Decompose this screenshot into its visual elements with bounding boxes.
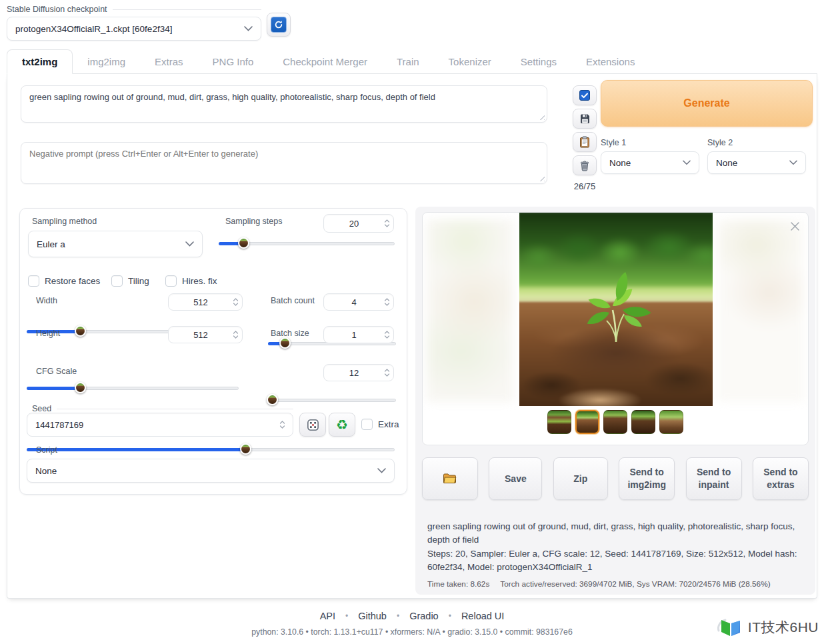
cfg-scale-slider[interactable] bbox=[27, 443, 395, 455]
chevron-down-icon bbox=[244, 26, 253, 31]
footer-link-api[interactable]: API bbox=[320, 611, 335, 621]
refresh-icon bbox=[271, 17, 287, 33]
hires-fix-checkbox[interactable]: Hires. fix bbox=[165, 275, 217, 287]
info-prompt: green sapling rowing out of ground, mud,… bbox=[427, 520, 802, 547]
random-seed-button[interactable] bbox=[299, 413, 326, 437]
footer-link-reload-ui[interactable]: Reload UI bbox=[461, 611, 504, 621]
send-to-img2img-button[interactable]: Send to img2img bbox=[619, 457, 675, 500]
tab-img2img[interactable]: img2img bbox=[73, 50, 140, 73]
save-style-button[interactable] bbox=[573, 109, 597, 129]
trash-icon bbox=[579, 160, 590, 171]
tab-settings[interactable]: Settings bbox=[506, 50, 571, 73]
apply-style-button[interactable] bbox=[573, 132, 597, 152]
open-folder-button[interactable] bbox=[422, 457, 478, 500]
style1-group: Style 1 None bbox=[601, 136, 701, 174]
gallery-thumbnails bbox=[423, 410, 808, 434]
gallery-thumbnail-3[interactable] bbox=[603, 410, 627, 434]
extra-seed-checkbox[interactable]: Extra bbox=[361, 419, 399, 430]
gallery-thumbnail-4[interactable] bbox=[631, 410, 655, 434]
gallery-blur-right bbox=[717, 219, 804, 402]
main-tabs: txt2img img2img Extras PNG Info Checkpoi… bbox=[7, 49, 817, 74]
send-to-extras-button[interactable]: Send to extras bbox=[753, 457, 809, 500]
stepper-arrows[interactable] bbox=[384, 219, 393, 228]
label-line bbox=[113, 9, 261, 10]
script-select[interactable]: None bbox=[27, 459, 395, 483]
sampling-steps-input[interactable]: 20 bbox=[323, 214, 394, 233]
token-counter: 26/75 bbox=[573, 181, 597, 191]
tab-tokenizer[interactable]: Tokenizer bbox=[434, 50, 506, 73]
gallery-blur-left bbox=[427, 219, 513, 402]
generate-button[interactable]: Generate bbox=[601, 80, 813, 127]
save-button[interactable]: Save bbox=[489, 457, 542, 500]
height-input[interactable]: 512 bbox=[168, 326, 243, 343]
info-time-taken: Time taken: 8.62s bbox=[427, 579, 489, 589]
seed-label: Seed bbox=[32, 404, 51, 413]
generation-info: green sapling rowing out of ground, mud,… bbox=[427, 520, 802, 589]
paste-generation-params-button[interactable] bbox=[573, 85, 597, 105]
txt2img-panel: green sapling rowing out of ground, mud,… bbox=[7, 74, 817, 599]
stepper-arrows[interactable] bbox=[279, 420, 289, 429]
clear-prompt-button[interactable] bbox=[573, 155, 597, 175]
tab-png-info[interactable]: PNG Info bbox=[198, 50, 269, 73]
batch-count-input[interactable]: 4 bbox=[323, 293, 394, 311]
tab-txt2img[interactable]: txt2img bbox=[7, 49, 73, 74]
restore-faces-checkbox[interactable]: Restore faces bbox=[28, 275, 100, 287]
cfg-scale-input[interactable]: 12 bbox=[323, 364, 394, 381]
style2-select[interactable]: None bbox=[707, 151, 806, 174]
height-label: Height bbox=[36, 329, 60, 338]
close-image-button[interactable] bbox=[788, 219, 801, 233]
stepper-arrows[interactable] bbox=[384, 368, 393, 377]
footer-link-github[interactable]: Github bbox=[358, 611, 387, 621]
batch-size-input[interactable]: 1 bbox=[323, 326, 394, 343]
reuse-seed-button[interactable]: ♻ bbox=[329, 413, 355, 437]
watermark-text: IT技术6HU bbox=[748, 618, 819, 637]
send-to-inpaint-button[interactable]: Send to inpaint bbox=[686, 457, 742, 500]
refresh-checkpoints-button[interactable] bbox=[267, 13, 291, 37]
zip-button[interactable]: Zip bbox=[553, 457, 608, 500]
tab-extras[interactable]: Extras bbox=[140, 50, 198, 73]
prompt-input[interactable]: green sapling rowing out of ground, mud,… bbox=[21, 85, 547, 123]
watermark: IT技术6HU bbox=[716, 615, 819, 640]
generated-image[interactable] bbox=[519, 213, 713, 406]
gallery-thumbnail-1[interactable] bbox=[547, 410, 571, 434]
checkbox-box bbox=[165, 275, 177, 287]
gallery-thumbnail-5[interactable] bbox=[659, 410, 683, 434]
check-square-icon bbox=[579, 89, 591, 101]
sampling-steps-label: Sampling steps bbox=[225, 217, 282, 226]
stepper-arrows[interactable] bbox=[233, 297, 242, 307]
generation-settings-panel: Sampling method Euler a Sampling steps 2… bbox=[19, 208, 407, 495]
stepper-arrows[interactable] bbox=[384, 330, 393, 339]
height-slider[interactable] bbox=[27, 382, 239, 394]
info-vram: Torch active/reserved: 3699/4702 MiB, Sy… bbox=[500, 579, 770, 589]
tab-train[interactable]: Train bbox=[382, 50, 434, 73]
footer-versions: python: 3.10.6 • torch: 1.13.1+cu117 • x… bbox=[0, 627, 824, 637]
chevron-down-icon bbox=[185, 241, 194, 247]
tiling-checkbox[interactable]: Tiling bbox=[111, 275, 149, 287]
stepper-arrows[interactable] bbox=[384, 297, 393, 307]
prompt-tools: 26/75 bbox=[573, 85, 597, 191]
width-input[interactable]: 512 bbox=[168, 293, 243, 311]
negative-prompt-input[interactable] bbox=[21, 142, 547, 184]
gallery-thumbnail-2-selected[interactable] bbox=[575, 410, 599, 434]
info-params: Steps: 20, Sampler: Euler a, CFG scale: … bbox=[427, 547, 802, 575]
image-viewer bbox=[422, 212, 809, 445]
tab-extensions[interactable]: Extensions bbox=[571, 50, 649, 73]
chevron-down-icon bbox=[789, 160, 797, 165]
seed-input[interactable]: 1441787169 bbox=[27, 413, 293, 437]
stepper-arrows[interactable] bbox=[233, 330, 242, 339]
style1-select[interactable]: None bbox=[601, 151, 699, 174]
dice-icon bbox=[307, 419, 319, 431]
clipboard-icon bbox=[579, 136, 590, 148]
label-line bbox=[57, 409, 293, 409]
floppy-icon bbox=[579, 113, 591, 125]
style1-label: Style 1 bbox=[601, 138, 626, 147]
checkbox-box bbox=[28, 275, 39, 287]
sampling-steps-slider[interactable] bbox=[219, 237, 395, 249]
checkpoint-select[interactable]: protogenX34OfficialR_1.ckpt [60fe2f34] bbox=[7, 17, 261, 41]
tab-checkpoint-merger[interactable]: Checkpoint Merger bbox=[268, 50, 382, 73]
footer-link-gradio[interactable]: Gradio bbox=[409, 611, 439, 621]
footer-links: API• Github• Gradio• Reload UI bbox=[0, 611, 824, 621]
output-area: Save Zip Send to img2img Send to inpaint… bbox=[415, 207, 815, 595]
sampling-method-select[interactable]: Euler a bbox=[28, 231, 203, 257]
output-buttons: Save Zip Send to img2img Send to inpaint… bbox=[422, 457, 809, 500]
